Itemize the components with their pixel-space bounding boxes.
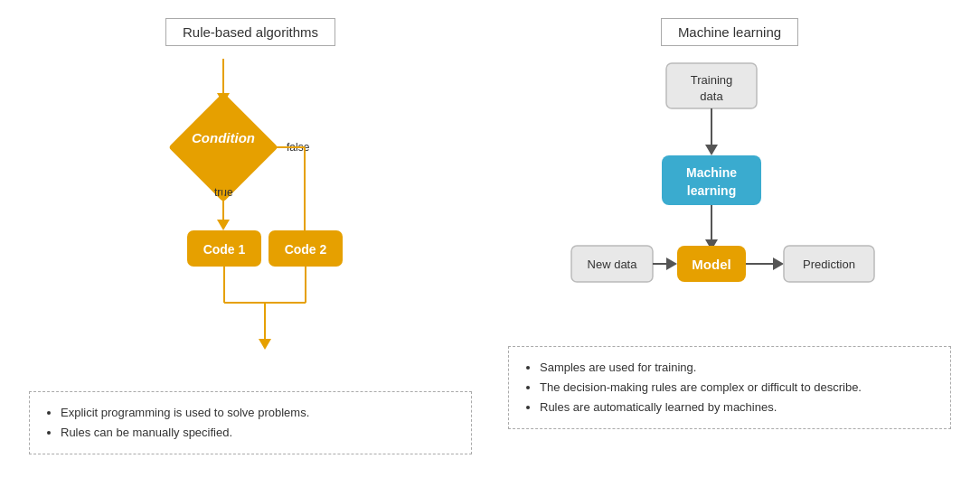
svg-marker-37 xyxy=(773,258,784,270)
right-diagram: Training data Machine learning New data … xyxy=(558,59,901,339)
svg-text:Model: Model xyxy=(692,257,730,272)
svg-text:Machine: Machine xyxy=(686,165,737,180)
svg-marker-6 xyxy=(217,220,230,230)
right-bullet-2: The decision-making rules are complex or… xyxy=(540,378,934,398)
svg-text:New data: New data xyxy=(588,258,638,271)
left-info-box: Explicit programming is used to solve pr… xyxy=(29,391,472,454)
svg-text:data: data xyxy=(700,89,723,103)
right-bullet-1: Samples are used for training. xyxy=(540,358,934,378)
svg-marker-24 xyxy=(705,145,718,155)
left-panel: Rule-based algorithms Condition true Cod… xyxy=(29,18,472,470)
main-container: Rule-based algorithms Condition true Cod… xyxy=(11,9,969,479)
left-flowchart: Condition true Code 1 false Code 2 xyxy=(106,59,395,384)
left-bullet-2: Rules can be manually specified. xyxy=(61,423,455,443)
right-bullet-3: Rules are automatically learned by machi… xyxy=(540,398,934,417)
svg-text:learning: learning xyxy=(687,183,736,198)
left-bullet-1: Explicit programming is used to solve pr… xyxy=(61,403,455,423)
svg-marker-19 xyxy=(259,339,271,350)
svg-text:Training: Training xyxy=(691,73,732,87)
right-panel: Machine learning Training data Machine l… xyxy=(508,18,951,470)
svg-marker-33 xyxy=(666,258,677,270)
svg-text:Prediction: Prediction xyxy=(803,258,855,271)
left-title: Rule-based algorithms xyxy=(165,18,335,46)
right-title: Machine learning xyxy=(661,18,798,46)
svg-text:Code 1: Code 1 xyxy=(203,242,246,257)
right-info-box: Samples are used for training. The decis… xyxy=(508,346,951,429)
svg-text:Condition: Condition xyxy=(192,130,255,145)
svg-text:Code 2: Code 2 xyxy=(285,242,327,257)
